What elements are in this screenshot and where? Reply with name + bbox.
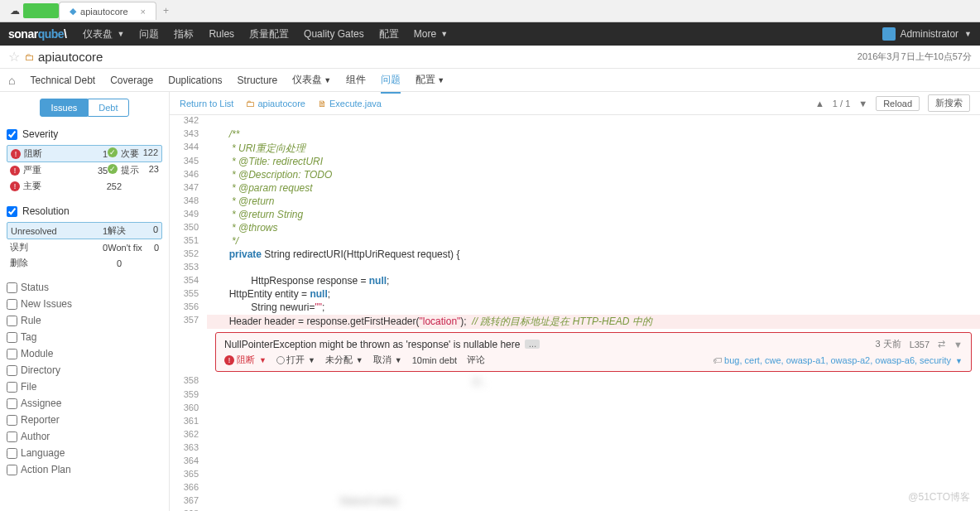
facets-sidebar: Issues Debt Severity !阻断1✓次要122!严重35✓提示2… [0, 92, 170, 511]
code-line: 361 [170, 416, 980, 429]
tab-structure[interactable]: Structure [238, 70, 278, 91]
nav-dashboards[interactable]: 仪表盘▼ [83, 27, 124, 41]
issues-debt-toggle: Issues Debt [7, 99, 162, 117]
code-line: 352 private String redirectURI(HttpUriRe… [170, 248, 980, 262]
code-line: 363 [170, 442, 980, 456]
severity-row[interactable]: !严重35✓提示23 [7, 162, 162, 178]
facet-module[interactable]: Module [7, 345, 162, 362]
facet-new-issues[interactable]: New Issues [7, 296, 162, 312]
code-line: 350 * @throws [170, 222, 980, 235]
code-line: 365 [170, 469, 980, 482]
code-line: 358 计。 [170, 375, 980, 389]
tab-dashboards[interactable]: 仪表盘▼ [292, 68, 331, 92]
code-viewer[interactable]: 342343 /**344 * URI重定向处理345 * @Title: re… [170, 115, 980, 511]
new-tab-icon[interactable]: + [163, 5, 169, 17]
facet-status[interactable]: Status [7, 279, 162, 296]
facet-language[interactable]: Language [7, 445, 162, 461]
resolution-row[interactable]: 删除0 [7, 255, 162, 271]
breadcrumb-file[interactable]: 🗎Execute.java [318, 99, 382, 108]
nav-measures[interactable]: 指标 [174, 27, 194, 41]
code-line: 345 * @Title: redirectURI [170, 156, 980, 169]
nav-issues[interactable]: 问题 [139, 27, 159, 41]
facet-severity-checkbox[interactable] [7, 129, 17, 140]
issue-permalink-icon[interactable]: ⇄ [938, 339, 945, 350]
nav-profiles[interactable]: 质量配置 [249, 27, 289, 41]
analysis-timestamp: 2016年3月7日上午10点57分 [858, 51, 972, 63]
facet-tag[interactable]: Tag [7, 329, 162, 345]
project-icon: 🗀 [25, 51, 35, 63]
code-line: 344 * URI重定向处理 [170, 142, 980, 156]
tab-components[interactable]: 组件 [346, 68, 366, 92]
facet-severity-header[interactable]: Severity [7, 125, 162, 143]
severity-row[interactable]: !阻断1✓次要122 [7, 145, 162, 162]
toggle-issues[interactable]: Issues [40, 99, 88, 117]
admin-menu[interactable]: Administrator▼ [882, 27, 972, 41]
code-line: 356 String newuri=""; [170, 301, 980, 315]
code-line: 359 [170, 389, 980, 403]
facet-resolution-header[interactable]: Resolution [7, 202, 162, 220]
facet-file[interactable]: File [7, 378, 162, 395]
resolution-row[interactable]: Unresolved1解决0 [7, 222, 162, 239]
project-name: apiautocore [38, 50, 103, 64]
issue-more-icon[interactable]: … [525, 340, 540, 349]
project-subnav: ⌂ Technical Debt Coverage Duplications S… [0, 69, 980, 92]
issue-status[interactable]: 打开▼ [276, 354, 315, 366]
tab-favicon: ◆ [70, 6, 76, 17]
content-pane: Return to List 🗀apiautocore 🗎Execute.jav… [170, 92, 980, 511]
browser-tab-other[interactable] [23, 3, 59, 18]
nav-rules[interactable]: Rules [209, 27, 234, 41]
new-search-button[interactable]: 新搜索 [928, 94, 970, 112]
tab-title: apiautocore [80, 7, 128, 17]
facet-action-plan[interactable]: Action Plan [7, 461, 162, 478]
tab-coverage[interactable]: Coverage [110, 70, 153, 91]
issue-comment[interactable]: 评论 [467, 354, 485, 366]
tab-issues[interactable]: 问题 [381, 68, 401, 94]
issue-debt: 10min debt [412, 355, 457, 365]
code-line: 347 * @param request [170, 182, 980, 195]
toggle-debt[interactable]: Debt [88, 99, 128, 117]
file-icon: 🗎 [318, 99, 327, 108]
tab-debt[interactable]: Technical Debt [30, 70, 95, 91]
code-line: 342 [170, 115, 980, 128]
blocker-icon: ! [224, 355, 234, 365]
issue-box: NullPointerException might be thrown as … [215, 332, 972, 372]
return-to-list[interactable]: Return to List [180, 99, 233, 108]
code-line: 355 HttpEntity entity = null; [170, 288, 980, 301]
code-line: 366 [170, 482, 980, 495]
code-line: 351 */ [170, 235, 980, 248]
facet-reporter[interactable]: Reporter [7, 412, 162, 428]
cloud-icon[interactable]: ☁ [7, 2, 23, 19]
close-icon[interactable]: × [141, 7, 146, 17]
home-icon[interactable]: ⌂ [8, 74, 15, 87]
pager-up-icon[interactable]: ▲ [815, 99, 824, 108]
reload-button[interactable]: Reload [876, 96, 920, 111]
nav-more[interactable]: More▼ [414, 27, 448, 41]
issue-line[interactable]: L357 [910, 340, 930, 350]
facet-resolution-checkbox[interactable] [7, 206, 17, 217]
facet-assignee[interactable]: Assignee [7, 395, 162, 412]
resolution-row[interactable]: 误判0Won't fix0 [7, 239, 162, 255]
pager-down-icon[interactable]: ▼ [858, 99, 867, 108]
facet-author[interactable]: Author [7, 428, 162, 445]
issue-tags[interactable]: 🏷 bug, cert, cwe, owasp-a1, owasp-a2, ow… [713, 355, 963, 365]
nav-settings[interactable]: 配置 [379, 27, 399, 41]
tab-duplications[interactable]: Duplications [168, 70, 222, 91]
browser-tab-active[interactable]: ◆ apiautocore × [59, 2, 156, 20]
code-line: 362 [170, 429, 980, 442]
facet-directory[interactable]: Directory [7, 362, 162, 378]
nav-gates[interactable]: Quality Gates [304, 27, 364, 41]
issue-assign[interactable]: 未分配▼ [325, 354, 363, 366]
issue-filter-icon[interactable]: ▼ [954, 340, 963, 350]
facet-rule[interactable]: Rule [7, 312, 162, 329]
watermark: @51CTO博客 [908, 490, 970, 504]
folder-icon: 🗀 [246, 99, 255, 108]
project-bar: ☆ 🗀 apiautocore 2016年3月7日上午10点57分 [0, 46, 980, 69]
top-nav: 仪表盘▼ 问题 指标 Rules 质量配置 Quality Gates 配置 M… [83, 27, 882, 41]
issue-severity[interactable]: !阻断▼ [224, 354, 267, 366]
issue-cancel[interactable]: 取消▼ [373, 354, 402, 366]
star-icon[interactable]: ☆ [8, 49, 20, 65]
logo[interactable]: sonarqube\ [8, 27, 66, 41]
tab-config[interactable]: 配置▼ [416, 68, 444, 92]
breadcrumb-project[interactable]: 🗀apiautocore [246, 99, 305, 108]
severity-row[interactable]: !主要252 [7, 178, 162, 194]
